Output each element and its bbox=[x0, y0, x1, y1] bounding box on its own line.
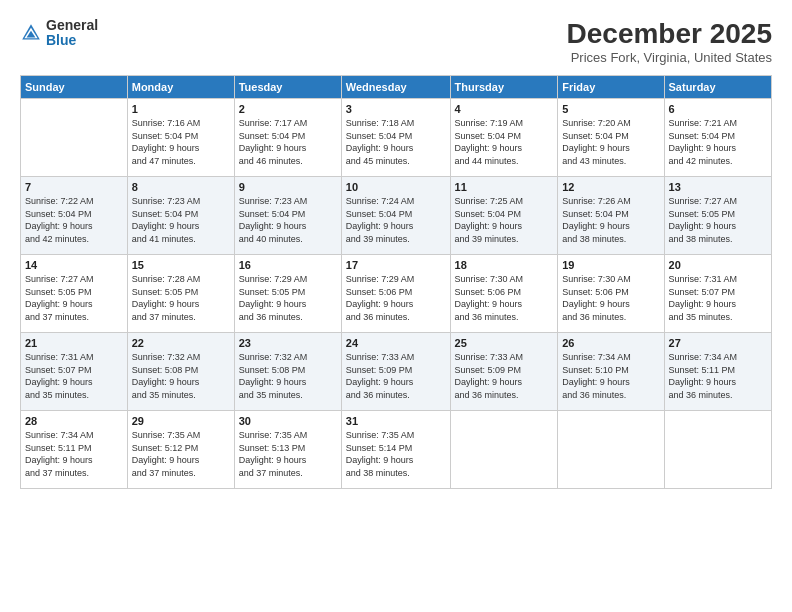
header-cell: Tuesday bbox=[234, 76, 341, 99]
calendar-cell: 28Sunrise: 7:34 AMSunset: 5:11 PMDayligh… bbox=[21, 411, 128, 489]
day-info-line: Sunset: 5:04 PM bbox=[132, 130, 230, 143]
day-info-line: Sunrise: 7:35 AM bbox=[346, 429, 446, 442]
day-info-line: Sunrise: 7:31 AM bbox=[669, 273, 767, 286]
calendar-cell: 17Sunrise: 7:29 AMSunset: 5:06 PMDayligh… bbox=[341, 255, 450, 333]
calendar-week-row: 7Sunrise: 7:22 AMSunset: 5:04 PMDaylight… bbox=[21, 177, 772, 255]
calendar-cell bbox=[558, 411, 664, 489]
calendar-table: SundayMondayTuesdayWednesdayThursdayFrid… bbox=[20, 75, 772, 489]
day-info-line: Sunset: 5:04 PM bbox=[562, 130, 659, 143]
day-info-line: and 44 minutes. bbox=[455, 155, 554, 168]
day-info-line: Daylight: 9 hours bbox=[239, 376, 337, 389]
calendar-cell: 12Sunrise: 7:26 AMSunset: 5:04 PMDayligh… bbox=[558, 177, 664, 255]
day-number: 14 bbox=[25, 259, 123, 271]
calendar-cell: 9Sunrise: 7:23 AMSunset: 5:04 PMDaylight… bbox=[234, 177, 341, 255]
day-info-line: Daylight: 9 hours bbox=[239, 454, 337, 467]
day-info-line: Daylight: 9 hours bbox=[346, 142, 446, 155]
day-info-line: Sunrise: 7:27 AM bbox=[25, 273, 123, 286]
day-info-line: Daylight: 9 hours bbox=[346, 376, 446, 389]
calendar-cell: 8Sunrise: 7:23 AMSunset: 5:04 PMDaylight… bbox=[127, 177, 234, 255]
day-info-line: Sunset: 5:05 PM bbox=[239, 286, 337, 299]
day-info-line: Sunset: 5:04 PM bbox=[239, 208, 337, 221]
day-info-line: Sunrise: 7:26 AM bbox=[562, 195, 659, 208]
day-info-line: and 37 minutes. bbox=[25, 467, 123, 480]
day-number: 22 bbox=[132, 337, 230, 349]
calendar-cell: 31Sunrise: 7:35 AMSunset: 5:14 PMDayligh… bbox=[341, 411, 450, 489]
day-info-line: Sunrise: 7:24 AM bbox=[346, 195, 446, 208]
calendar-cell: 7Sunrise: 7:22 AMSunset: 5:04 PMDaylight… bbox=[21, 177, 128, 255]
day-number: 9 bbox=[239, 181, 337, 193]
day-info-line: Daylight: 9 hours bbox=[132, 454, 230, 467]
day-info-line: Daylight: 9 hours bbox=[25, 298, 123, 311]
calendar-cell: 16Sunrise: 7:29 AMSunset: 5:05 PMDayligh… bbox=[234, 255, 341, 333]
day-info-line: Sunrise: 7:18 AM bbox=[346, 117, 446, 130]
calendar-cell: 26Sunrise: 7:34 AMSunset: 5:10 PMDayligh… bbox=[558, 333, 664, 411]
day-info-line: and 36 minutes. bbox=[562, 389, 659, 402]
day-info-line: and 35 minutes. bbox=[239, 389, 337, 402]
calendar-cell: 25Sunrise: 7:33 AMSunset: 5:09 PMDayligh… bbox=[450, 333, 558, 411]
day-info-line: and 37 minutes. bbox=[132, 467, 230, 480]
day-info-line: Daylight: 9 hours bbox=[562, 298, 659, 311]
day-info-line: Sunset: 5:08 PM bbox=[239, 364, 337, 377]
logo-icon bbox=[20, 22, 42, 44]
day-number: 6 bbox=[669, 103, 767, 115]
day-info-line: Daylight: 9 hours bbox=[562, 142, 659, 155]
day-info-line: Sunrise: 7:23 AM bbox=[132, 195, 230, 208]
day-info-line: Daylight: 9 hours bbox=[455, 298, 554, 311]
day-info-line: and 35 minutes. bbox=[132, 389, 230, 402]
day-info-line: Daylight: 9 hours bbox=[25, 220, 123, 233]
calendar-cell: 3Sunrise: 7:18 AMSunset: 5:04 PMDaylight… bbox=[341, 99, 450, 177]
day-info-line: Daylight: 9 hours bbox=[669, 298, 767, 311]
calendar-cell: 2Sunrise: 7:17 AMSunset: 5:04 PMDaylight… bbox=[234, 99, 341, 177]
day-info-line: Sunrise: 7:30 AM bbox=[455, 273, 554, 286]
day-info-line: and 37 minutes. bbox=[239, 467, 337, 480]
day-info-line: and 38 minutes. bbox=[669, 233, 767, 246]
day-info-line: Sunset: 5:09 PM bbox=[346, 364, 446, 377]
day-info-line: Sunset: 5:04 PM bbox=[669, 130, 767, 143]
day-number: 18 bbox=[455, 259, 554, 271]
day-number: 20 bbox=[669, 259, 767, 271]
day-info-line: and 36 minutes. bbox=[239, 311, 337, 324]
day-info-line: Sunset: 5:09 PM bbox=[455, 364, 554, 377]
day-info-line: Sunrise: 7:30 AM bbox=[562, 273, 659, 286]
day-info-line: and 36 minutes. bbox=[346, 311, 446, 324]
day-info-line: and 38 minutes. bbox=[346, 467, 446, 480]
day-info-line: Sunrise: 7:32 AM bbox=[132, 351, 230, 364]
main-title: December 2025 bbox=[567, 18, 772, 50]
day-info-line: and 42 minutes. bbox=[25, 233, 123, 246]
day-number: 4 bbox=[455, 103, 554, 115]
title-block: December 2025 Prices Fork, Virginia, Uni… bbox=[567, 18, 772, 65]
day-info-line: Sunrise: 7:35 AM bbox=[239, 429, 337, 442]
calendar-cell: 13Sunrise: 7:27 AMSunset: 5:05 PMDayligh… bbox=[664, 177, 771, 255]
day-info-line: and 41 minutes. bbox=[132, 233, 230, 246]
day-info-line: Sunset: 5:06 PM bbox=[455, 286, 554, 299]
day-number: 10 bbox=[346, 181, 446, 193]
day-info-line: Sunrise: 7:22 AM bbox=[25, 195, 123, 208]
day-info-line: Sunrise: 7:19 AM bbox=[455, 117, 554, 130]
day-number: 11 bbox=[455, 181, 554, 193]
logo-text: General Blue bbox=[46, 18, 98, 49]
day-info-line: Sunrise: 7:34 AM bbox=[669, 351, 767, 364]
calendar-cell: 10Sunrise: 7:24 AMSunset: 5:04 PMDayligh… bbox=[341, 177, 450, 255]
day-info-line: Daylight: 9 hours bbox=[346, 454, 446, 467]
day-info-line: Sunrise: 7:27 AM bbox=[669, 195, 767, 208]
calendar-cell bbox=[21, 99, 128, 177]
day-info-line: Sunrise: 7:34 AM bbox=[25, 429, 123, 442]
day-info-line: Sunset: 5:04 PM bbox=[562, 208, 659, 221]
day-info-line: Sunrise: 7:29 AM bbox=[346, 273, 446, 286]
calendar-cell: 1Sunrise: 7:16 AMSunset: 5:04 PMDaylight… bbox=[127, 99, 234, 177]
day-info-line: Sunset: 5:04 PM bbox=[132, 208, 230, 221]
calendar-week-row: 1Sunrise: 7:16 AMSunset: 5:04 PMDaylight… bbox=[21, 99, 772, 177]
calendar-cell: 20Sunrise: 7:31 AMSunset: 5:07 PMDayligh… bbox=[664, 255, 771, 333]
calendar-cell: 14Sunrise: 7:27 AMSunset: 5:05 PMDayligh… bbox=[21, 255, 128, 333]
header-cell: Monday bbox=[127, 76, 234, 99]
day-info-line: Sunset: 5:10 PM bbox=[562, 364, 659, 377]
header: General Blue December 2025 Prices Fork, … bbox=[20, 18, 772, 65]
day-info-line: Sunset: 5:14 PM bbox=[346, 442, 446, 455]
calendar-cell bbox=[450, 411, 558, 489]
day-info-line: Sunrise: 7:33 AM bbox=[346, 351, 446, 364]
subtitle: Prices Fork, Virginia, United States bbox=[567, 50, 772, 65]
day-info-line: Sunrise: 7:25 AM bbox=[455, 195, 554, 208]
day-info-line: and 39 minutes. bbox=[346, 233, 446, 246]
day-number: 26 bbox=[562, 337, 659, 349]
day-info-line: and 37 minutes. bbox=[25, 311, 123, 324]
